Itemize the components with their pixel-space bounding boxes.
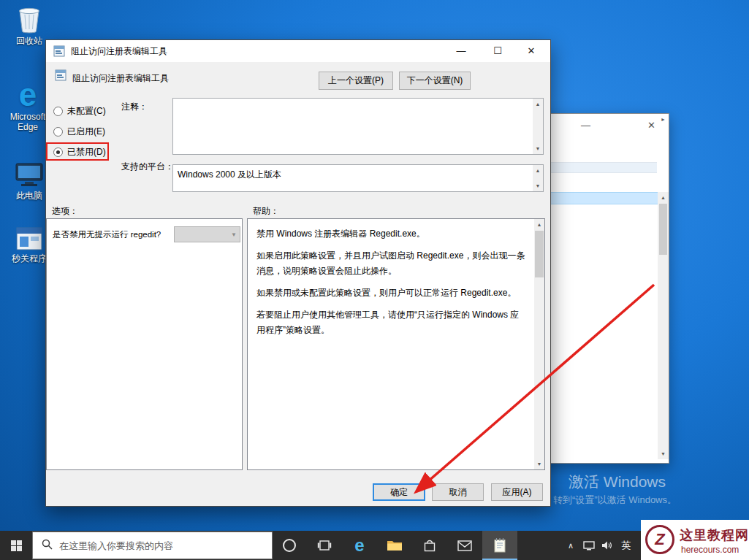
edge-icon: e (4, 80, 51, 110)
mail-button[interactable] (447, 531, 482, 560)
radio-icon[interactable] (53, 107, 63, 116)
store-icon (423, 539, 436, 553)
help-panel: 禁用 Windows 注册表编辑器 Regedit.exe。 如果启用此策略设置… (247, 218, 545, 470)
activate-windows-watermark-subtext: 转到“设置”以激活 Windows。 (553, 494, 677, 507)
radio-label: 已启用(E) (67, 126, 105, 138)
help-paragraph: 若要阻止用户使用其他管理工具，请使用“只运行指定的 Windows 应用程序”策… (256, 307, 526, 338)
network-icon[interactable] (580, 531, 598, 560)
options-label: 选项： (52, 205, 78, 218)
search-input[interactable] (59, 540, 272, 551)
scroll-down-icon[interactable]: ▼ (658, 448, 669, 459)
comment-scrollbar[interactable]: ▲ ▼ (533, 99, 543, 154)
close-icon[interactable]: ✕ (515, 40, 547, 62)
notepad-icon (493, 537, 506, 553)
store-button[interactable] (412, 531, 447, 560)
maximize-icon[interactable]: ☐ (482, 40, 514, 62)
search-icon (42, 539, 53, 552)
notepad-button-active[interactable] (482, 531, 517, 560)
brand-site-url: herecours.com (681, 545, 739, 555)
help-scrollbar[interactable]: ▲ ▼ (534, 219, 544, 469)
mail-icon (457, 540, 472, 551)
previous-setting-button[interactable]: 上一个设置(P) (319, 72, 393, 90)
minimize-icon[interactable]: — (569, 114, 602, 137)
ime-indicator[interactable]: 英 (615, 531, 637, 560)
radio-icon[interactable] (53, 127, 63, 137)
policy-icon (53, 45, 65, 59)
file-explorer-button[interactable] (377, 531, 412, 560)
brand-logo-icon: Z (645, 525, 674, 554)
policy-setting-dialog: 阻止访问注册表编辑工具 — ☐ ✕ 阻止访问注册表编辑工具 上一个设置(P) 下… (45, 39, 551, 507)
start-button[interactable] (0, 531, 32, 560)
help-paragraph: 禁用 Windows 注册表编辑器 Regedit.exe。 (256, 226, 526, 242)
desktop-icon-edge[interactable]: e Microsoft Edge (4, 80, 51, 132)
comment-box: ▲ ▼ (172, 98, 544, 155)
scroll-up-icon[interactable]: ▲ (534, 219, 544, 230)
brand-site-name: 这里教程网 (680, 526, 749, 544)
supported-on-value: Windows 2000 及以上版本 (178, 169, 528, 181)
recycle-bin-icon (6, 4, 53, 34)
supported-on-box: Windows 2000 及以上版本 ▲ ▼ (172, 164, 544, 192)
help-paragraph: 如果启用此策略设置，并且用户试图启动 Regedit.exe，则会出现一条消息，… (256, 248, 526, 279)
scroll-up-icon[interactable]: ▲ (658, 192, 669, 203)
cancel-button[interactable]: 取消 (432, 483, 484, 501)
cortana-icon (283, 539, 296, 552)
dialog-title: 阻止访问注册表编辑工具 (71, 40, 167, 62)
edge-icon: e (354, 537, 364, 554)
windows-logo-icon (11, 540, 22, 551)
tray-chevron-up-icon[interactable]: ∧ (561, 531, 580, 560)
radio-icon[interactable] (53, 147, 63, 157)
policy-header-title: 阻止访问注册表编辑工具 (72, 72, 169, 85)
next-setting-button[interactable]: 下一个设置(N) (399, 72, 471, 90)
task-view-button[interactable] (307, 531, 342, 560)
radio-label: 已禁用(D) (67, 146, 106, 158)
radio-disabled[interactable]: 已禁用(D) (53, 146, 106, 158)
option-dropdown[interactable]: ▼ (174, 226, 240, 242)
apply-button[interactable]: 应用(A) (491, 483, 543, 501)
minimize-icon[interactable]: — (445, 40, 477, 62)
dialog-titlebar[interactable]: 阻止访问注册表编辑工具 — ☐ ✕ (46, 40, 550, 62)
radio-label: 未配置(C) (67, 105, 106, 118)
scroll-right-icon[interactable]: ► (658, 114, 669, 125)
help-paragraph: 如果禁用或未配置此策略设置，则用户可以正常运行 Regedit.exe。 (256, 285, 526, 301)
taskbar-search-box[interactable] (32, 532, 273, 559)
supported-scrollbar[interactable]: ▲ ▼ (533, 165, 543, 191)
option-question: 是否禁用无提示运行 regedit? (53, 229, 161, 240)
scroll-up-icon[interactable]: ▲ (533, 99, 543, 110)
brand-badge: Z 这里教程网 herecours.com (641, 520, 749, 560)
scrollbar-thumb[interactable] (659, 204, 667, 255)
help-text: 禁用 Windows 注册表编辑器 Regedit.exe。 如果启用此策略设置… (248, 219, 535, 469)
scroll-down-icon[interactable]: ▼ (533, 143, 543, 154)
task-view-icon (317, 540, 332, 551)
desktop: 回收站 e Microsoft Edge 此电脑 秒关程序 (0, 0, 749, 560)
radio-enabled[interactable]: 已启用(E) (53, 126, 105, 137)
options-panel: 是否禁用无提示运行 regedit? ▼ (46, 218, 243, 470)
scroll-down-icon[interactable]: ▼ (534, 459, 544, 469)
cortana-button[interactable] (272, 531, 307, 560)
vertical-scrollbar[interactable]: ▲ ▼ (658, 192, 669, 459)
edge-taskbar-button[interactable]: e (342, 531, 377, 560)
radio-not-configured[interactable]: 未配置(C) (53, 105, 106, 117)
desktop-icon-label: Microsoft Edge (4, 112, 51, 132)
scrollbar-thumb[interactable] (535, 231, 544, 277)
comment-label: 注释： (121, 101, 148, 113)
taskbar: e ∧ (0, 531, 749, 560)
chevron-down-icon: ▼ (231, 231, 237, 238)
supported-on-label: 支持的平台： (121, 161, 174, 173)
activate-windows-watermark: 激活 Windows (569, 472, 666, 492)
volume-icon[interactable] (598, 531, 615, 560)
folder-icon (387, 539, 403, 552)
policy-header-icon (55, 69, 66, 83)
ok-button[interactable]: 确定 (373, 483, 425, 501)
scroll-down-icon[interactable]: ▼ (533, 180, 543, 191)
scroll-up-icon[interactable]: ▲ (533, 165, 543, 176)
comment-input[interactable] (173, 99, 533, 154)
help-label: 帮助： (253, 205, 279, 218)
